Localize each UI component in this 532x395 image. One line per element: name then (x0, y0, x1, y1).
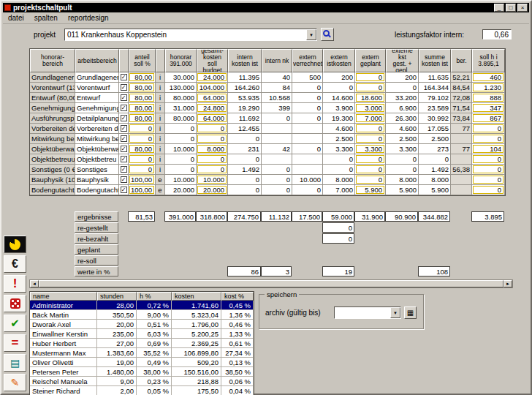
cell-anteil[interactable]: 80,00 (129, 72, 156, 83)
staff-cell-kost[interactable]: 0,13 % (221, 358, 254, 367)
staff-cell-h[interactable]: 6,03 % (137, 329, 172, 339)
menu-item-datei[interactable]: datei (3, 13, 29, 23)
warning-icon[interactable]: ! (4, 275, 26, 293)
column-header-intern_ist[interactable]: intern kosten ist (228, 49, 262, 72)
cell-budget[interactable]: 24.800 (197, 103, 228, 113)
column-header-ext_sum[interactable]: externe kst gest. + gepl. (386, 49, 419, 72)
column-header-intern_nk[interactable]: intern nk (262, 49, 292, 72)
checkbox-icon[interactable]: ✓ (121, 115, 127, 121)
staff-cell-h[interactable]: 0,51 % (137, 320, 172, 329)
staff-cell-name[interactable]: Huber Herbert (30, 339, 97, 348)
title-bar[interactable]: projektschaltpult _□× (3, 3, 529, 12)
cell-arbeitsbereich[interactable]: Objektüberwa (75, 144, 119, 154)
maximize-button[interactable]: □ (506, 4, 516, 12)
archiv-picker-button[interactable]: ▦ (404, 306, 417, 319)
cell-ext_gepl[interactable]: 0 (355, 124, 386, 134)
cell-anteil[interactable]: 80,00 (129, 113, 156, 124)
pencil-icon[interactable]: ✎ (4, 374, 26, 391)
cell-soll[interactable]: 460 (472, 72, 505, 83)
column-header-ext_gepl[interactable]: extern geplant (355, 49, 386, 72)
staff-column-name[interactable]: name (30, 292, 97, 301)
cell-anteil[interactable]: 80,00 (129, 93, 156, 103)
staff-cell-kosten[interactable]: 150.516,00 (172, 367, 221, 377)
archiv-combobox[interactable]: ▼ (334, 306, 401, 319)
cell-checkbox[interactable]: ✓ (119, 165, 129, 175)
checkbox-icon[interactable]: ✓ (121, 125, 127, 132)
column-header-ber[interactable]: ber. (451, 49, 472, 72)
staff-cell-kosten[interactable]: 218,88 (172, 377, 221, 386)
cell-budget[interactable]: 64.000 (197, 113, 228, 124)
cell-soll[interactable]: 0 (472, 175, 505, 185)
cell-ext_gepl[interactable]: 3.000 (355, 103, 386, 113)
staff-cell-h[interactable]: 0,23 % (137, 377, 172, 386)
cell-arbeitsbereich[interactable]: Bodengutacht (75, 185, 119, 195)
column-header-soll[interactable]: soll h i 3.895,1 (472, 49, 505, 72)
cell-bereich[interactable]: Bauphysik (10 (30, 175, 75, 185)
staff-cell-stunden[interactable]: 1.480,00 (97, 367, 137, 377)
cell-checkbox[interactable]: ✓ (119, 154, 129, 165)
staff-cell-kost[interactable]: 38,50 % (221, 367, 254, 377)
staff-column-kosten[interactable]: kosten (172, 292, 221, 301)
staff-cell-name[interactable]: Mustermann Max (30, 348, 97, 358)
cell-bereich[interactable]: Entwurf (80,00 (30, 93, 75, 103)
checkbox-icon[interactable]: ✓ (121, 166, 127, 173)
cell-arbeitsbereich[interactable]: Genehmigung (75, 103, 119, 113)
horizontal-scrollbar[interactable]: ◄ ► (29, 279, 513, 288)
cell-ext_gepl[interactable]: 0 (355, 175, 386, 185)
project-combobox[interactable]: 011 Krankenhaus Koppenstein ▼ (64, 29, 317, 41)
staff-cell-h[interactable]: 35,52 % (137, 348, 172, 358)
staff-cell-kosten[interactable]: 5.323,04 (172, 310, 221, 320)
cell-arbeitsbereich[interactable]: Mitwirkung bei (75, 134, 119, 144)
cell-arbeitsbereich[interactable]: Sonstiges (75, 165, 119, 175)
cell-soll[interactable]: 0 (472, 124, 505, 134)
column-header-ext_ist[interactable]: extern istkosten (323, 49, 355, 72)
staff-cell-kost[interactable]: 0,45 % (221, 301, 254, 310)
cell-checkbox[interactable]: ✓ (119, 124, 129, 134)
cell-bereich[interactable]: Vorbereiten de (30, 124, 75, 134)
cell-ext_gepl[interactable]: 0 (355, 72, 386, 83)
cell-arbeitsbereich[interactable]: Vorentwurf (75, 83, 119, 93)
cell-soll[interactable]: 888 (472, 93, 505, 103)
cell-ext_gepl[interactable]: 0 (355, 134, 386, 144)
scrollbar-thumb[interactable] (39, 280, 503, 287)
staff-cell-name[interactable]: Oliver Olivetti (30, 358, 97, 367)
staff-cell-stunden[interactable]: 2,00 (97, 386, 137, 395)
cell-soll[interactable]: 347 (472, 103, 505, 113)
staff-cell-kost[interactable]: 0,04 % (221, 386, 254, 395)
staff-cell-h[interactable]: 38,00 % (137, 367, 172, 377)
menu-item-reportdesign[interactable]: reportdesign (63, 13, 114, 23)
cell-ext_gepl[interactable]: 5.900 (355, 185, 386, 195)
cell-checkbox[interactable]: ✓ (119, 134, 129, 144)
checkbox-icon[interactable]: ✓ (121, 187, 127, 193)
checkbox-icon[interactable]: ✓ (121, 146, 127, 152)
checkbox-icon[interactable]: ✓ (121, 105, 127, 111)
close-button[interactable]: × (517, 4, 528, 12)
cell-ext_gepl[interactable]: 0 (355, 165, 386, 175)
column-header-arbeitsbereich[interactable]: arbeitsbereich (75, 49, 119, 72)
staff-cell-kost[interactable]: 0,06 % (221, 377, 254, 386)
checkbox-icon[interactable]: ✓ (121, 135, 127, 142)
cell-soll[interactable]: 1.230 (472, 83, 505, 93)
cell-bereich[interactable]: Vorentwurf (13 (30, 83, 75, 93)
cell-budget[interactable]: 0 (197, 154, 228, 165)
checkbox-icon[interactable]: ✓ (121, 94, 127, 101)
cell-checkbox[interactable]: ✓ (119, 103, 129, 113)
staff-cell-kosten[interactable]: 509,20 (172, 358, 221, 367)
cell-bereich[interactable]: Mitwirkung bei (30, 134, 75, 144)
cell-soll[interactable]: 104 (472, 144, 505, 154)
staff-cell-kosten[interactable]: 2.369,25 (172, 339, 221, 348)
cell-arbeitsbereich[interactable]: Bauphysik (75, 175, 119, 185)
staff-column-kost[interactable]: kost % (221, 292, 254, 301)
dice-icon[interactable] (4, 295, 26, 312)
staff-cell-kosten[interactable]: 175,50 (172, 386, 221, 395)
staff-cell-kost[interactable]: 1,36 % (221, 310, 254, 320)
chart-icon[interactable]: ▤ (4, 354, 26, 372)
staff-cell-name[interactable]: Dworak Axel (30, 320, 97, 329)
cell-soll[interactable]: 867 (472, 113, 505, 124)
staff-cell-kost[interactable]: 27,34 % (221, 348, 254, 358)
cell-checkbox[interactable]: ✓ (119, 113, 129, 124)
cell-anteil[interactable]: 0 (129, 124, 156, 134)
staff-cell-name[interactable]: Administrator (30, 301, 97, 310)
staff-cell-h[interactable]: 0,49 % (137, 358, 172, 367)
staff-cell-name[interactable]: Einwallner Kerstin (30, 329, 97, 339)
